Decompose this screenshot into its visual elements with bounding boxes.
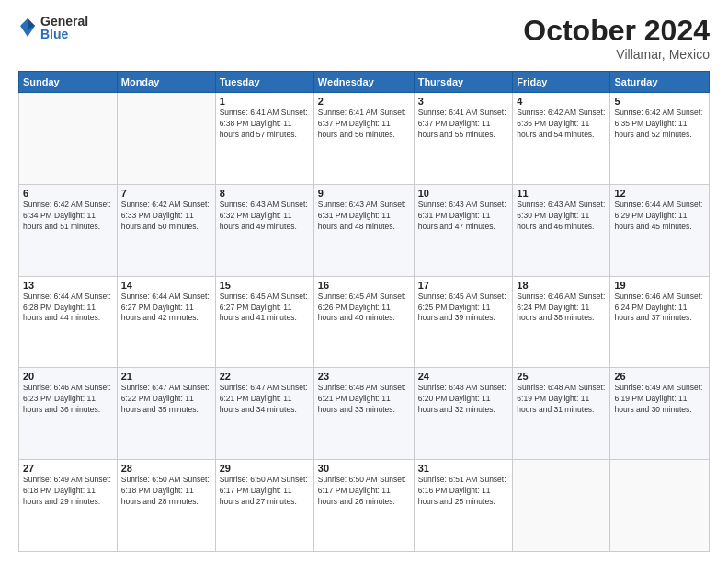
calendar-cell: 24Sunrise: 6:48 AM Sunset: 6:20 PM Dayli… — [414, 368, 513, 460]
day-number: 17 — [418, 280, 509, 291]
day-info: Sunrise: 6:45 AM Sunset: 6:27 PM Dayligh… — [220, 292, 310, 325]
day-number: 16 — [318, 280, 410, 291]
day-number: 3 — [418, 96, 509, 107]
day-number: 5 — [614, 96, 705, 107]
day-info: Sunrise: 6:42 AM Sunset: 6:35 PM Dayligh… — [614, 108, 705, 141]
day-info: Sunrise: 6:51 AM Sunset: 6:16 PM Dayligh… — [418, 475, 509, 508]
day-number: 8 — [220, 188, 310, 199]
day-number: 2 — [318, 96, 410, 107]
header-wednesday: Wednesday — [313, 72, 414, 93]
calendar-week-5: 27Sunrise: 6:49 AM Sunset: 6:18 PM Dayli… — [19, 460, 710, 552]
logo-general: General — [40, 15, 88, 28]
logo-blue: Blue — [40, 28, 88, 40]
day-number: 10 — [418, 188, 509, 199]
calendar-cell: 30Sunrise: 6:50 AM Sunset: 6:17 PM Dayli… — [313, 460, 414, 552]
day-info: Sunrise: 6:43 AM Sunset: 6:31 PM Dayligh… — [318, 200, 410, 233]
day-info: Sunrise: 6:50 AM Sunset: 6:17 PM Dayligh… — [318, 475, 410, 508]
day-number: 7 — [121, 188, 211, 199]
day-number: 29 — [220, 463, 310, 474]
calendar-cell: 12Sunrise: 6:44 AM Sunset: 6:29 PM Dayli… — [610, 184, 710, 276]
day-number: 18 — [517, 280, 606, 291]
day-number: 14 — [121, 280, 211, 291]
day-number: 28 — [121, 463, 211, 474]
calendar-cell: 21Sunrise: 6:47 AM Sunset: 6:22 PM Dayli… — [117, 368, 215, 460]
day-info: Sunrise: 6:48 AM Sunset: 6:21 PM Dayligh… — [318, 383, 410, 416]
day-number: 23 — [318, 371, 410, 382]
day-number: 1 — [220, 96, 310, 107]
day-info: Sunrise: 6:50 AM Sunset: 6:18 PM Dayligh… — [121, 475, 211, 508]
calendar-cell: 3Sunrise: 6:41 AM Sunset: 6:37 PM Daylig… — [414, 93, 513, 185]
day-info: Sunrise: 6:47 AM Sunset: 6:22 PM Dayligh… — [121, 383, 211, 416]
calendar-cell — [610, 460, 710, 552]
logo-icon — [18, 17, 37, 39]
calendar-week-1: 1Sunrise: 6:41 AM Sunset: 6:38 PM Daylig… — [19, 93, 710, 185]
day-number: 21 — [121, 371, 211, 382]
calendar-cell: 6Sunrise: 6:42 AM Sunset: 6:34 PM Daylig… — [19, 184, 118, 276]
calendar-cell: 18Sunrise: 6:46 AM Sunset: 6:24 PM Dayli… — [513, 276, 610, 368]
day-number: 6 — [23, 188, 113, 199]
calendar-cell: 31Sunrise: 6:51 AM Sunset: 6:16 PM Dayli… — [414, 460, 513, 552]
calendar-cell: 8Sunrise: 6:43 AM Sunset: 6:32 PM Daylig… — [215, 184, 313, 276]
calendar-cell: 11Sunrise: 6:43 AM Sunset: 6:30 PM Dayli… — [513, 184, 610, 276]
header-sunday: Sunday — [19, 72, 118, 93]
calendar-week-3: 13Sunrise: 6:44 AM Sunset: 6:28 PM Dayli… — [19, 276, 710, 368]
day-info: Sunrise: 6:46 AM Sunset: 6:23 PM Dayligh… — [23, 383, 113, 416]
weekday-header-row: Sunday Monday Tuesday Wednesday Thursday… — [19, 72, 710, 93]
calendar-cell: 17Sunrise: 6:45 AM Sunset: 6:25 PM Dayli… — [414, 276, 513, 368]
calendar-cell: 26Sunrise: 6:49 AM Sunset: 6:19 PM Dayli… — [610, 368, 710, 460]
calendar-cell: 22Sunrise: 6:47 AM Sunset: 6:21 PM Dayli… — [215, 368, 313, 460]
calendar-cell: 1Sunrise: 6:41 AM Sunset: 6:38 PM Daylig… — [215, 93, 313, 185]
calendar-cell: 2Sunrise: 6:41 AM Sunset: 6:37 PM Daylig… — [313, 93, 414, 185]
calendar-week-2: 6Sunrise: 6:42 AM Sunset: 6:34 PM Daylig… — [19, 184, 710, 276]
calendar-cell — [513, 460, 610, 552]
month-title: October 2024 — [523, 15, 710, 47]
calendar-cell: 27Sunrise: 6:49 AM Sunset: 6:18 PM Dayli… — [19, 460, 118, 552]
calendar-week-4: 20Sunrise: 6:46 AM Sunset: 6:23 PM Dayli… — [19, 368, 710, 460]
day-number: 12 — [614, 188, 705, 199]
calendar-cell: 7Sunrise: 6:42 AM Sunset: 6:33 PM Daylig… — [117, 184, 215, 276]
calendar-cell: 19Sunrise: 6:46 AM Sunset: 6:24 PM Dayli… — [610, 276, 710, 368]
calendar-table: Sunday Monday Tuesday Wednesday Thursday… — [18, 71, 710, 552]
day-info: Sunrise: 6:46 AM Sunset: 6:24 PM Dayligh… — [614, 292, 705, 325]
calendar-cell: 20Sunrise: 6:46 AM Sunset: 6:23 PM Dayli… — [19, 368, 118, 460]
header-monday: Monday — [117, 72, 215, 93]
day-info: Sunrise: 6:45 AM Sunset: 6:25 PM Dayligh… — [418, 292, 509, 325]
calendar-cell: 29Sunrise: 6:50 AM Sunset: 6:17 PM Dayli… — [215, 460, 313, 552]
calendar-cell — [19, 93, 118, 185]
header-tuesday: Tuesday — [215, 72, 313, 93]
day-number: 22 — [220, 371, 310, 382]
day-info: Sunrise: 6:50 AM Sunset: 6:17 PM Dayligh… — [220, 475, 310, 508]
day-info: Sunrise: 6:49 AM Sunset: 6:18 PM Dayligh… — [23, 475, 113, 508]
day-number: 25 — [517, 371, 606, 382]
header-thursday: Thursday — [414, 72, 513, 93]
header: General Blue October 2024 Villamar, Mexi… — [18, 15, 710, 62]
calendar-cell: 13Sunrise: 6:44 AM Sunset: 6:28 PM Dayli… — [19, 276, 118, 368]
day-info: Sunrise: 6:41 AM Sunset: 6:37 PM Dayligh… — [318, 108, 410, 141]
calendar-cell: 25Sunrise: 6:48 AM Sunset: 6:19 PM Dayli… — [513, 368, 610, 460]
day-info: Sunrise: 6:42 AM Sunset: 6:34 PM Dayligh… — [23, 200, 113, 233]
day-number: 27 — [23, 463, 113, 474]
calendar-cell: 15Sunrise: 6:45 AM Sunset: 6:27 PM Dayli… — [215, 276, 313, 368]
calendar-cell: 4Sunrise: 6:42 AM Sunset: 6:36 PM Daylig… — [513, 93, 610, 185]
day-info: Sunrise: 6:49 AM Sunset: 6:19 PM Dayligh… — [614, 383, 705, 416]
title-block: October 2024 Villamar, Mexico — [523, 15, 710, 62]
calendar-cell: 5Sunrise: 6:42 AM Sunset: 6:35 PM Daylig… — [610, 93, 710, 185]
day-number: 26 — [614, 371, 705, 382]
header-saturday: Saturday — [610, 72, 710, 93]
calendar-cell — [117, 93, 215, 185]
day-info: Sunrise: 6:44 AM Sunset: 6:27 PM Dayligh… — [121, 292, 211, 325]
day-number: 30 — [318, 463, 410, 474]
calendar-cell: 9Sunrise: 6:43 AM Sunset: 6:31 PM Daylig… — [313, 184, 414, 276]
day-number: 31 — [418, 463, 509, 474]
day-info: Sunrise: 6:42 AM Sunset: 6:36 PM Dayligh… — [517, 108, 606, 141]
calendar-cell: 28Sunrise: 6:50 AM Sunset: 6:18 PM Dayli… — [117, 460, 215, 552]
day-number: 19 — [614, 280, 705, 291]
page: General Blue October 2024 Villamar, Mexi… — [0, 0, 728, 563]
day-info: Sunrise: 6:44 AM Sunset: 6:28 PM Dayligh… — [23, 292, 113, 325]
day-number: 9 — [318, 188, 410, 199]
calendar-cell: 14Sunrise: 6:44 AM Sunset: 6:27 PM Dayli… — [117, 276, 215, 368]
day-number: 11 — [517, 188, 606, 199]
logo: General Blue — [18, 15, 88, 40]
day-info: Sunrise: 6:45 AM Sunset: 6:26 PM Dayligh… — [318, 292, 410, 325]
header-friday: Friday — [513, 72, 610, 93]
